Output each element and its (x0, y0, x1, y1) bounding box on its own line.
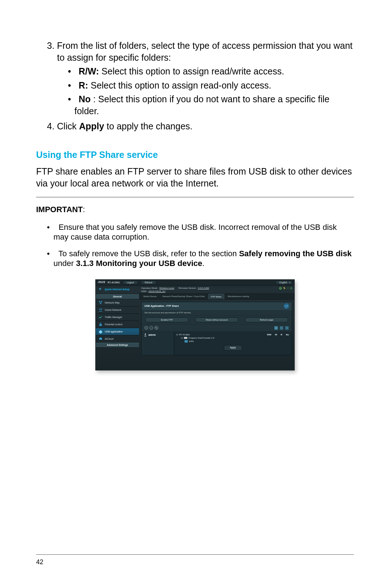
user-name: admin (148, 333, 156, 336)
svg-rect-5 (99, 324, 102, 326)
asus-logo: /SUS (98, 280, 105, 284)
reboot-button[interactable]: Reboot (141, 280, 156, 284)
item4-post: to apply the changes. (104, 121, 192, 131)
drive-icon (184, 337, 187, 339)
router-tabs: Media Server Network Place(Samba) Share … (139, 294, 294, 300)
important-2-post: . (202, 259, 204, 268)
col-no: No (286, 333, 289, 336)
quick-internet-setup[interactable]: Quick Internet Setup (96, 286, 139, 294)
bullet-icon: • (47, 249, 50, 258)
nav-traffic-manager[interactable]: Traffic Manager (96, 314, 139, 321)
router-info-bar: Operation Mode: Wireless router Firmware… (139, 286, 294, 294)
nav-traffic-label: Traffic Manager (105, 316, 122, 319)
nav-usb-application[interactable]: USB application (96, 328, 139, 335)
fw-label: Firmware Version: (178, 287, 196, 289)
user-column[interactable]: admin (142, 332, 174, 355)
col-r: R (281, 333, 282, 336)
tab-misc[interactable]: Miscellaneous setting (226, 294, 251, 299)
apply-button[interactable]: Apply (224, 345, 242, 350)
add-icon[interactable]: + (144, 326, 148, 330)
rw-desc: Select this option to assign read/write … (101, 66, 284, 76)
svg-rect-0 (99, 301, 100, 302)
numbered-list: 3. From the list of folders, select the … (36, 40, 354, 132)
tree-drive[interactable]: ⊟ Kingston DataTraveler 2.0 (176, 336, 290, 339)
bullet-icon: • (68, 80, 71, 90)
signal-icon: ⇅ (283, 287, 286, 290)
network-map-icon (99, 301, 103, 305)
sub-item-no: • No : Select this option if you do not … (68, 93, 354, 117)
panel-title-row: USB Application - FTP Share (142, 302, 292, 310)
svg-point-4 (101, 309, 102, 310)
router-model: RT-AC66U (108, 281, 120, 284)
nav-aicloud[interactable]: AiCloud (96, 335, 139, 343)
nav-guest-network[interactable]: Guest Network (96, 306, 139, 314)
list-item-3-text: From the list of folders, select the typ… (57, 40, 352, 63)
perm-headers: R/W W R No (267, 333, 289, 336)
nav-parental-control[interactable]: Parental control (96, 321, 139, 328)
bullet-icon: • (47, 223, 50, 232)
guest-icon (99, 308, 103, 312)
folder-icon[interactable] (274, 326, 278, 330)
opmode-value[interactable]: Wireless router (159, 287, 174, 289)
router-sidebar: Quick Internet Setup General Network Map… (96, 286, 139, 357)
separator-top (36, 197, 354, 197)
important-colon: : (83, 205, 85, 214)
puzzle-icon (99, 330, 103, 334)
lock-icon (99, 322, 103, 326)
panel-toolbar: + − ✎ (142, 325, 292, 332)
section-general-label: General (96, 294, 139, 299)
important-item-2: • To safely remove the USB disk, refer t… (47, 249, 354, 269)
remove-icon[interactable]: − (150, 326, 153, 330)
important-2-mid: under (53, 259, 76, 268)
refresh-page-button[interactable]: Refresh page (245, 317, 288, 322)
svg-point-3 (99, 309, 100, 310)
list-number-4: 4. (47, 121, 55, 131)
share-without-account-button[interactable]: Share without account (195, 317, 238, 322)
bullet-icon: • (68, 94, 71, 104)
tree-root-label: RT-AC66U (179, 333, 190, 336)
folder-icon[interactable] (285, 326, 289, 330)
enable-ftp-button[interactable]: Enable FTP (145, 317, 188, 322)
sub-bullet-list: • R/W: Select this option to assign read… (57, 65, 354, 117)
item4-pre: Click (57, 121, 79, 131)
list-number-3: 3. (47, 40, 55, 51)
sub-item-r: • R: Select this option to assign read-o… (68, 80, 354, 91)
chevron-down-icon: ▾ (289, 282, 290, 284)
col-w: W (275, 333, 277, 336)
fw-value[interactable]: 3.0.0.4.260 (198, 287, 209, 289)
footer-separator (36, 554, 354, 555)
bullet-icon: • (68, 66, 71, 76)
tree-folder[interactable]: adsa (176, 340, 290, 343)
nav-network-map[interactable]: Network Map (96, 299, 139, 306)
section-heading-ftp: Using the FTP Share service (36, 149, 354, 161)
list-item-3: 3. From the list of folders, select the … (47, 40, 354, 117)
refresh-circle-icon[interactable] (284, 304, 289, 309)
panel-title-text: USB Application - FTP Share (144, 304, 179, 308)
minus-icon: ⊟ (181, 336, 183, 339)
language-label: English (280, 281, 287, 284)
panel-subtitle: Set the account and permission of FTP se… (142, 310, 292, 316)
tree-drive-label: Kingston DataTraveler 2.0 (188, 336, 214, 339)
opmode-label: Operation Mode: (141, 287, 158, 289)
ssid-value: ASUS ASUS_5G (148, 290, 165, 293)
permissions-table: admin R/W W R No ⊟ RT-AC66U (142, 332, 292, 355)
ssid-label: SSID: (141, 290, 147, 293)
tab-samba-share[interactable]: Network Place(Samba) Share / Cloud Disk (160, 294, 207, 299)
tree-folder-label: adsa (189, 340, 194, 343)
wand-icon (99, 287, 103, 292)
no-desc: : Select this option if you do not want … (74, 94, 329, 116)
folder-icon[interactable] (280, 326, 283, 330)
svg-point-6 (145, 334, 146, 335)
sub-item-rw: • R/W: Select this option to assign read… (68, 65, 354, 77)
tab-media-server[interactable]: Media Server (141, 294, 159, 299)
tree-column: R/W W R No ⊟ RT-AC66U ⊟ (174, 332, 292, 355)
edit-icon[interactable]: ✎ (155, 326, 158, 330)
important-bold: IMPORTANT (36, 205, 83, 214)
list-item-4: 4. Click Apply to apply the changes. (47, 120, 354, 132)
logout-button[interactable]: Logout (123, 280, 138, 284)
no-label: No (79, 94, 91, 104)
important-item-1: • Ensure that you safely remove the USB … (47, 222, 354, 242)
qis-label: Quick Internet Setup (105, 288, 129, 291)
tab-ftp-share[interactable]: FTP Share (208, 294, 224, 299)
language-select[interactable]: English ▾ (276, 280, 292, 284)
